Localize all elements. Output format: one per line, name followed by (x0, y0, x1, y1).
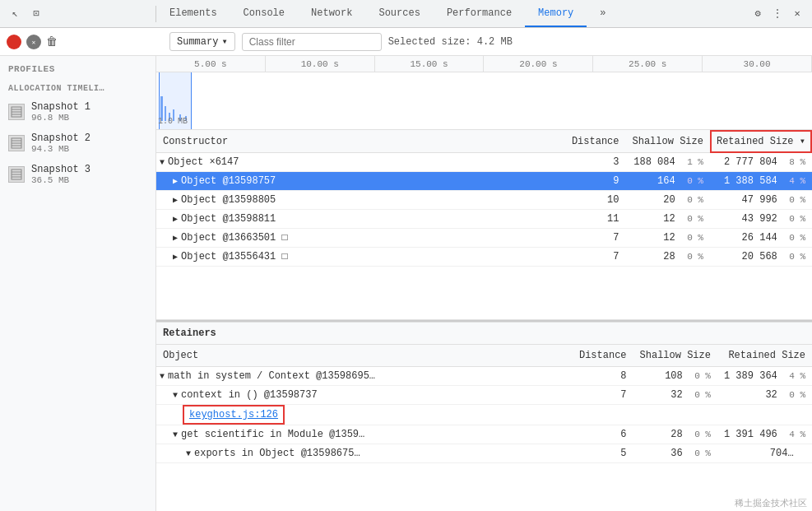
expand-arrow-icon: ▼ (173, 391, 178, 400)
tick-5: 30.00 (703, 56, 812, 72)
retained-size-cell: 43 992 0 % (710, 210, 812, 229)
mb-label: 1.0 MB (158, 117, 188, 126)
sort-icon: ▾ (800, 136, 805, 147)
distance-cell: 3 (560, 153, 626, 172)
sidebar-item-snapshot3[interactable]: Snapshot 3 36.5 MB (0, 159, 155, 190)
table-row[interactable]: ▼Object ×6147 3 188 084 1 % 2 777 804 8 … (156, 153, 812, 172)
sidebar: Profiles ALLOCATION TIMELI… Snapshot 1 9… (0, 56, 156, 511)
content-area: 5.00 s 10.00 s 15.00 s 20.00 s 25.00 s 3… (156, 56, 812, 511)
distance-cell: 10 (560, 191, 626, 210)
mobile-icon[interactable]: ⊡ (28, 6, 44, 22)
trash-button[interactable]: 🗑 (46, 35, 58, 49)
selected-size-label: Selected size: 4.2 MB (388, 36, 513, 48)
record-button[interactable] (7, 35, 21, 49)
sidebar-item-snapshot1[interactable]: Snapshot 1 96.8 MB (0, 96, 155, 128)
table-row[interactable]: ▶Object @13663501 □ 7 12 0 % 26 144 0 % (156, 229, 812, 248)
tab-performance[interactable]: Performance (434, 0, 525, 27)
table-row[interactable]: ▼exports in Object @13598675… 5 36 0 % 7… (156, 444, 812, 463)
main-container: Profiles ALLOCATION TIMELI… Snapshot 1 9… (0, 56, 812, 511)
tab-console[interactable]: Console (230, 0, 298, 27)
tab-sources[interactable]: Sources (365, 0, 433, 27)
retainer-distance-cell: 8 (568, 367, 633, 386)
retainer-object-cell: ▼exports in Object @13598675… (156, 444, 568, 463)
th-retained-size[interactable]: Retained Size ▾ (710, 130, 812, 153)
shallow-size-cell: 12 0 % (626, 229, 710, 248)
retainer-object-cell: ▼context in () @13598737 (156, 386, 568, 405)
retained-size-cell: 2 777 804 8 % (710, 153, 812, 172)
constructor-cell: ▼Object ×6147 (156, 153, 560, 172)
tick-3: 20.00 s (484, 56, 593, 72)
shallow-size-cell: 12 0 % (626, 210, 710, 229)
retained-size-cell: 26 144 0 % (710, 229, 812, 248)
distance-cell: 7 (560, 248, 626, 267)
timeline-body[interactable]: 1.0 MB (156, 72, 812, 129)
distance-cell: 9 (560, 172, 626, 191)
tab-network[interactable]: Network (298, 0, 365, 27)
timeline-header: 5.00 s 10.00 s 15.00 s 20.00 s 25.00 s 3… (156, 56, 812, 72)
pointer-icon[interactable]: ↖ (7, 6, 23, 22)
more-icon[interactable]: ⋮ (769, 6, 786, 22)
expand-arrow-icon: ▼ (186, 449, 191, 458)
table-row[interactable]: keyghost.js:126 (156, 405, 812, 425)
devtools-icons: ↖ ⊡ (0, 6, 156, 22)
retainer-object-cell: ▼math in system / Context @13598695… (156, 367, 568, 386)
retainer-retained-cell: 1 391 496 4 % (717, 425, 812, 444)
th-constructor[interactable]: Constructor (156, 130, 560, 153)
table-row[interactable]: ▶Object @13598757 9 164 0 % 1 388 584 4 … (156, 172, 812, 191)
close-icon[interactable]: ✕ (789, 6, 805, 22)
stop-button[interactable]: ✕ (26, 35, 41, 49)
retainer-retained-cell: 32 0 % (717, 386, 812, 405)
expand-arrow-icon: ▶ (173, 234, 178, 243)
distance-cell: 7 (560, 229, 626, 248)
sidebar-section-label: ALLOCATION TIMELI… (0, 77, 155, 96)
th-ret-object[interactable]: Object (156, 345, 568, 367)
summary-dropdown[interactable]: Summary ▾ (169, 32, 235, 51)
retainer-retained-cell: 1 389 364 4 % (717, 367, 812, 386)
expand-arrow-icon: ▶ (173, 196, 178, 205)
expand-arrow-icon: ▶ (173, 215, 178, 224)
retained-size-cell: 20 568 0 % (710, 248, 812, 267)
table-row[interactable]: ▼context in () @13598737 7 32 0 % 32 0 % (156, 386, 812, 405)
retainers-header: Retainers (156, 322, 812, 345)
snapshot-icon (8, 104, 25, 120)
table-row[interactable]: ▶Object @13556431 □ 7 28 0 % 20 568 0 % (156, 248, 812, 267)
expand-arrow-icon: ▶ (173, 253, 178, 262)
th-ret-distance[interactable]: Distance (568, 345, 633, 367)
dropdown-arrow-icon: ▾ (221, 35, 227, 48)
class-filter-input[interactable] (242, 33, 382, 51)
sidebar-title: Profiles (0, 56, 155, 77)
tab-memory[interactable]: Memory (525, 0, 587, 27)
constructor-cell: ▶Object @13556431 □ (156, 248, 560, 267)
retainers-section: Retainers Object Distance Shallow Size R… (156, 320, 812, 511)
th-shallow-size[interactable]: Shallow Size (626, 130, 710, 153)
link-cell[interactable]: keyghost.js:126 (156, 405, 812, 425)
table-row[interactable]: ▶Object @13598811 11 12 0 % 43 992 0 % (156, 210, 812, 229)
snapshot-icon (8, 135, 25, 151)
th-ret-retained[interactable]: Retained Size (717, 345, 812, 367)
tab-elements[interactable]: Elements (156, 0, 230, 27)
th-ret-shallow[interactable]: Shallow Size (633, 345, 717, 367)
retainer-retained-cell: 704… (717, 444, 812, 463)
shallow-size-cell: 188 084 1 % (626, 153, 710, 172)
shallow-size-cell: 20 0 % (626, 191, 710, 210)
retained-size-cell: 1 388 584 4 % (710, 172, 812, 191)
th-distance[interactable]: Distance (560, 130, 626, 153)
snapshot-icon (8, 166, 25, 183)
expand-arrow-icon: ▼ (160, 158, 165, 167)
tab-more[interactable]: » (587, 0, 619, 27)
table-row[interactable]: ▼get scientific in Module @1359… 6 28 0 … (156, 425, 812, 444)
retainer-distance-cell: 5 (568, 444, 633, 463)
tick-4: 25.00 s (593, 56, 703, 72)
settings-icon[interactable]: ⚙ (749, 6, 766, 22)
distance-cell: 11 (560, 210, 626, 229)
retainer-shallow-cell: 32 0 % (633, 386, 717, 405)
tick-0: 5.00 s (156, 56, 266, 72)
retainers-table: Object Distance Shallow Size Retained Si… (156, 345, 812, 463)
table-row[interactable]: ▶Object @13598805 10 20 0 % 47 996 0 % (156, 191, 812, 210)
table-row[interactable]: ▼math in system / Context @13598695… 8 1… (156, 367, 812, 386)
tick-1: 10.00 s (266, 56, 375, 72)
toolbar-left-controls: ✕ 🗑 (7, 35, 163, 49)
source-link[interactable]: keyghost.js:126 (186, 408, 281, 421)
sidebar-item-snapshot2[interactable]: Snapshot 2 94.3 MB (0, 128, 155, 159)
constructor-cell: ▶Object @13598811 (156, 210, 560, 229)
